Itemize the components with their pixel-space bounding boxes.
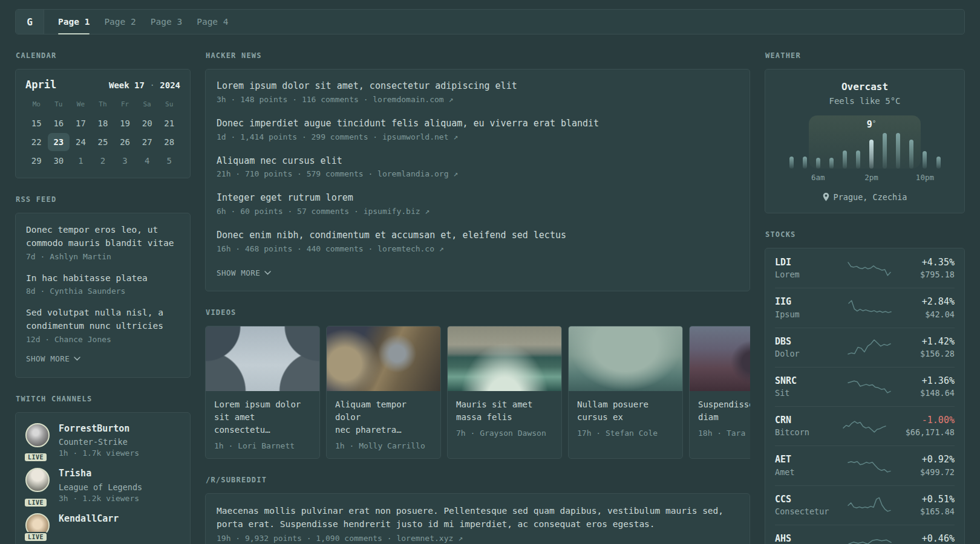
calendar-day: 21 — [158, 114, 180, 132]
video-card[interactable]: Mauris sit ametmassa felis 7h · Grayson … — [447, 326, 562, 459]
twitch-channel-row[interactable]: LIVE KendallCarr — [25, 513, 180, 537]
stock-name: Consectetur — [775, 507, 833, 517]
video-thumbnail[interactable] — [569, 326, 682, 391]
twitch-channel-row[interactable]: LIVE ForrestBurton Counter-Strike 1h · 1… — [25, 423, 180, 458]
twitch-avatar-wrap: LIVE — [25, 468, 50, 503]
video-title[interactable]: Lorem ipsum dolorsit amet consectetu… — [214, 398, 311, 436]
stock-name: Amet — [775, 467, 833, 478]
video-thumbnail[interactable] — [448, 326, 561, 391]
video-title[interactable]: Aliquam tempor dolornec pharetra… — [335, 398, 432, 436]
calendar-day: 24 — [70, 133, 92, 151]
weather-location: Prague, Czechia — [775, 192, 955, 202]
stock-sparkline — [849, 535, 891, 544]
weather-bar — [883, 133, 887, 169]
hacker-news-item-title[interactable]: Integer eget rutrum lorem — [217, 192, 739, 205]
section-label-stocks: STOCKS — [765, 230, 965, 239]
weather-condition: Overcast — [775, 81, 955, 92]
app-logo[interactable]: G — [16, 10, 44, 34]
stock-row[interactable]: AET Amet +0.92% $499.72 — [775, 445, 955, 485]
stock-name: Ipsum — [775, 309, 833, 320]
rss-item-title[interactable]: In hac habitasse platea — [26, 272, 180, 285]
stock-row[interactable]: SNRC Sit +1.36% $148.64 — [775, 367, 955, 406]
main-columns: CALENDAR April Week 17 · 2024 MoTuWeThFr… — [0, 51, 980, 544]
page-tab[interactable]: Page 2 — [104, 10, 136, 34]
stock-change-percent: +1.42% — [920, 335, 955, 348]
stock-change-percent: +1.36% — [920, 375, 955, 387]
stock-row[interactable]: DBS Dolor +1.42% $156.28 — [775, 328, 955, 367]
stock-row[interactable]: IIG Ipsum +2.84% $42.04 — [775, 288, 955, 327]
weather-bar — [923, 151, 927, 169]
stock-ticker: CCS — [775, 493, 833, 505]
stock-ticker: SNRC — [775, 375, 833, 387]
stock-change-percent: +4.35% — [920, 256, 955, 268]
stock-row[interactable]: CCS Consectetur +0.51% $165.84 — [775, 485, 955, 525]
hacker-news-show-more-button[interactable]: SHOW MORE — [217, 268, 271, 277]
twitch-channel-name[interactable]: KendallCarr — [59, 513, 119, 525]
twitch-avatar-wrap: LIVE — [25, 513, 50, 537]
stock-values: +1.36% $148.64 — [920, 375, 955, 398]
right-column: WEATHER Overcast Feels like 5°C 9° 6am2p… — [765, 51, 965, 544]
calendar-day: 17 — [70, 114, 92, 132]
twitch-widget: TWITCH CHANNELS LIVE ForrestBurton Count… — [15, 395, 191, 544]
video-title[interactable]: Mauris sit ametmassa felis — [456, 398, 553, 424]
weather-time-label: 2pm — [864, 173, 878, 182]
video-card[interactable]: Suspendissediam 18h · Tara — [689, 326, 750, 459]
stocks-widget: STOCKS LDI Lorem +4.35% $795.18 — [765, 230, 965, 544]
video-thumbnail[interactable] — [206, 326, 319, 391]
stock-row[interactable]: LDI Lorem +4.35% $795.18 — [775, 249, 955, 288]
twitch-channel-viewers: 1h · 1.7k viewers — [59, 448, 139, 458]
section-label-weather: WEATHER — [765, 51, 965, 60]
calendar-weekday-row: MoTuWeThFrSaSu — [25, 100, 180, 110]
weather-temp-label: 9° — [867, 119, 877, 130]
calendar-day: 30 — [48, 152, 70, 170]
video-title[interactable]: Nullam posuerecursus ex — [577, 398, 674, 424]
stock-values: -1.00% $66,171.48 — [906, 414, 955, 438]
calendar-day: 2 — [92, 152, 114, 170]
page-tab[interactable]: Page 3 — [151, 10, 182, 34]
page-tab[interactable]: Page 1 — [58, 10, 90, 34]
stock-sparkline — [848, 259, 890, 277]
avatar — [25, 423, 50, 447]
rss-item-title[interactable]: Donec tempor eros leo, ut commodo mauris… — [26, 224, 180, 250]
weather-time-label: 10pm — [916, 173, 934, 182]
stock-sparkline — [849, 299, 891, 317]
hacker-news-item-title[interactable]: Aliquam nec cursus elit — [217, 155, 739, 168]
hacker-news-item-title[interactable]: Donec imperdiet augue tincidunt felis al… — [217, 117, 739, 131]
subreddit-post-title[interactable]: Maecenas mollis pulvinar erat non posuer… — [217, 504, 739, 531]
twitch-channel-row[interactable]: LIVE Trisha League of Legends 3h · 1.2k … — [25, 468, 180, 503]
calendar-weekday: Mo — [25, 100, 48, 110]
video-card[interactable]: Aliquam tempor dolornec pharetra… 1h · M… — [326, 326, 441, 459]
stock-change-percent: +0.92% — [920, 453, 955, 465]
calendar-day: 15 — [25, 114, 48, 132]
video-thumbnail[interactable] — [327, 326, 440, 391]
hacker-news-item-title[interactable]: Donec enim nibh, condimentum et accumsan… — [217, 229, 739, 242]
calendar-day: 16 — [48, 114, 70, 132]
twitch-channel-name[interactable]: ForrestBurton — [59, 423, 139, 435]
twitch-channel-name[interactable]: Trisha — [59, 468, 142, 480]
video-title[interactable]: Suspendissediam — [698, 398, 750, 424]
calendar-day: 26 — [114, 133, 136, 151]
hacker-news-list: Lorem ipsum dolor sit amet, consectetur … — [217, 80, 739, 253]
stock-row[interactable]: AHS +0.46% — [775, 525, 955, 544]
section-label-calendar: CALENDAR — [16, 51, 191, 60]
video-card[interactable]: Nullam posuerecursus ex 17h · Stefan Col… — [568, 326, 683, 459]
weather-bar — [896, 133, 900, 169]
weather-time-labels: 6am2pm10pm — [789, 173, 941, 182]
stock-row[interactable]: CRN Bitcorn -1.00% $66,171.48 — [775, 406, 955, 445]
calendar-day: 18 — [92, 114, 114, 132]
section-label-subreddit: /R/SUBREDDIT — [206, 476, 750, 484]
stock-ticker: AHS — [775, 533, 833, 544]
degree-symbol: ° — [872, 119, 877, 127]
hacker-news-item-title[interactable]: Lorem ipsum dolor sit amet, consectetur … — [217, 80, 739, 93]
video-thumbnail[interactable] — [690, 326, 750, 391]
live-badge: LIVE — [24, 532, 48, 542]
video-card-body: Aliquam tempor dolornec pharetra… 1h · M… — [327, 391, 440, 458]
page-tab[interactable]: Page 4 — [197, 10, 228, 34]
stock-ticker: DBS — [775, 335, 833, 348]
rss-item-title[interactable]: Sed volutpat nulla nisl, a condimentum n… — [26, 306, 180, 333]
video-card[interactable]: Lorem ipsum dolorsit amet consectetu… 1h… — [205, 326, 320, 459]
rss-item-meta: 12d · Chance Jones — [26, 335, 180, 344]
calendar-day: 3 — [114, 152, 136, 170]
rss-show-more-button[interactable]: SHOW MORE — [26, 354, 80, 363]
twitch-channel-info: Trisha League of Legends 3h · 1.2k viewe… — [59, 468, 142, 503]
